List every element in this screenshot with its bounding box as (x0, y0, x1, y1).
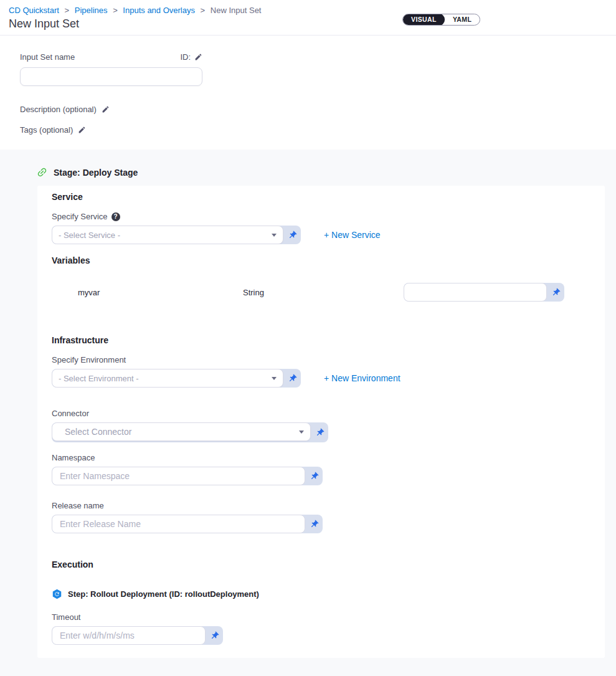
namespace-input[interactable] (52, 467, 305, 485)
variable-type: String (243, 288, 404, 297)
pin-icon (288, 374, 297, 383)
breadcrumb-separator: > (65, 6, 70, 15)
breadcrumb-link-cd-quickstart[interactable]: CD Quickstart (9, 6, 59, 15)
environment-select[interactable]: - Select Environment - (52, 369, 283, 388)
connector-select-placeholder: Select Connector (65, 427, 131, 437)
environment-pin-button[interactable] (283, 369, 301, 388)
service-select-group: - Select Service - (52, 226, 301, 244)
infrastructure-heading: Infrastructure (52, 335, 590, 345)
step-title: Step: Rollout Deployment (ID: rolloutDep… (68, 589, 259, 599)
service-select-placeholder: - Select Service - (59, 231, 120, 240)
chevron-down-icon (272, 377, 277, 380)
input-set-form: Input Set name ID: Description (optional… (0, 36, 616, 150)
tab-visual[interactable]: VISUAL (403, 14, 445, 26)
pin-icon (551, 288, 561, 297)
specify-environment-label: Specify Environment (52, 355, 126, 364)
pin-icon (310, 520, 319, 529)
timeout-pin-button[interactable] (206, 626, 223, 645)
namespace-input-group (52, 467, 323, 485)
variable-value-group (404, 283, 564, 302)
service-pin-button[interactable] (283, 226, 301, 244)
release-pin-button[interactable] (305, 515, 323, 533)
chevron-down-icon (299, 431, 304, 434)
input-set-name-field[interactable] (20, 67, 202, 86)
variable-pin-button[interactable] (547, 283, 564, 302)
release-input-group (52, 515, 323, 533)
help-icon[interactable]: ? (111, 212, 120, 221)
stage-link-icon (36, 166, 48, 178)
edit-id-icon[interactable] (194, 53, 202, 61)
timeout-input-group (52, 626, 223, 645)
timeout-input[interactable] (52, 626, 206, 645)
tab-yaml[interactable]: YAML (445, 14, 480, 26)
connector-pin-button[interactable] (311, 422, 328, 442)
new-service-link[interactable]: + New Service (324, 230, 381, 240)
visual-yaml-toggle: VISUAL YAML (402, 14, 480, 26)
breadcrumb-separator: > (113, 6, 118, 15)
specify-service-label: Specify Service (52, 212, 108, 221)
breadcrumb: CD Quickstart > Pipelines > Inputs and O… (9, 5, 616, 16)
pin-icon (288, 231, 297, 240)
connector-label: Connector (52, 409, 89, 418)
variable-name: myvar (78, 288, 243, 297)
id-label: ID: (180, 52, 191, 62)
breadcrumb-link-pipelines[interactable]: Pipelines (75, 6, 108, 15)
namespace-pin-button[interactable] (305, 467, 323, 485)
stage-card: Service Specify Service ? - Select Servi… (37, 186, 605, 658)
breadcrumb-link-inputs-overlays[interactable]: Inputs and Overlays (123, 6, 195, 15)
pin-icon (315, 428, 325, 437)
environment-select-group: - Select Environment - (52, 369, 301, 388)
stage-section: Stage: Deploy Stage Service Specify Serv… (0, 150, 616, 676)
timeout-label: Timeout (52, 612, 80, 622)
variable-row: myvar String (52, 283, 564, 302)
connector-select[interactable]: Select Connector (52, 422, 311, 441)
variable-value-input[interactable] (404, 283, 547, 302)
release-name-input[interactable] (52, 515, 305, 533)
name-label: Input Set name (20, 52, 75, 62)
edit-description-icon[interactable] (102, 105, 110, 113)
page-header: CD Quickstart > Pipelines > Inputs and O… (0, 0, 616, 36)
stage-title: Stage: Deploy Stage (54, 168, 138, 178)
service-heading: Service (52, 192, 590, 202)
environment-select-placeholder: - Select Environment - (59, 374, 139, 383)
stage-header: Stage: Deploy Stage (0, 150, 616, 186)
tags-label: Tags (optional) (20, 125, 73, 135)
variables-heading: Variables (52, 255, 590, 265)
pin-icon (310, 472, 319, 481)
breadcrumb-current: New Input Set (211, 6, 262, 15)
edit-tags-icon[interactable] (78, 126, 86, 134)
step-header: Step: Rollout Deployment (ID: rolloutDep… (52, 589, 590, 599)
breadcrumb-separator: > (201, 6, 206, 15)
page-title: New Input Set (9, 17, 616, 31)
rollout-step-icon (52, 589, 62, 599)
chevron-down-icon (272, 234, 277, 237)
release-name-label: Release name (52, 501, 104, 510)
pin-icon (210, 631, 219, 640)
new-environment-link[interactable]: + New Environment (324, 373, 400, 383)
execution-heading: Execution (52, 559, 590, 569)
service-select[interactable]: - Select Service - (52, 226, 283, 244)
namespace-label: Namespace (52, 453, 95, 462)
connector-select-group: Select Connector (52, 422, 328, 442)
description-label: Description (optional) (20, 105, 97, 114)
